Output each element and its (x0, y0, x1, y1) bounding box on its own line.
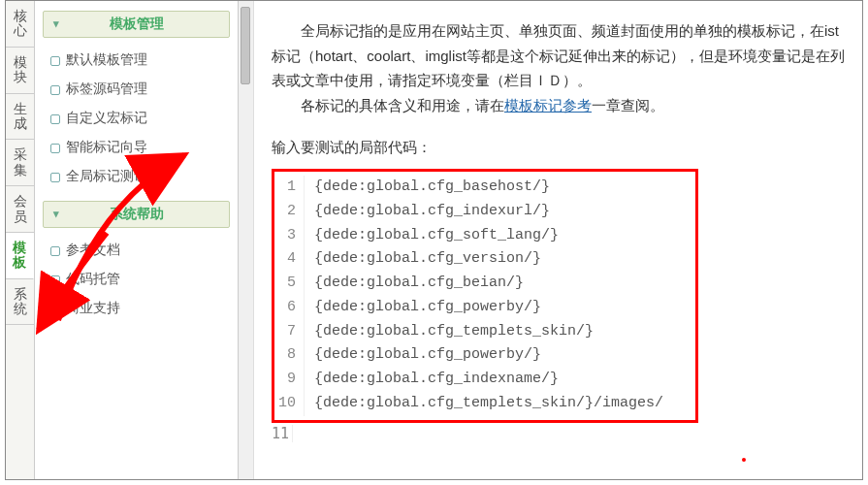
code-text: {dede:global.cfg_powerby/} (305, 343, 691, 368)
vtab-2[interactable]: 生 成 (6, 94, 34, 141)
code-row: 8{dede:global.cfg_powerby/} (278, 343, 691, 368)
code-text: {dede:global.cfg_powerby/} (305, 296, 691, 320)
red-dot (742, 458, 746, 462)
intro-paragraph-1: 全局标记指的是应用在网站主页、单独页面、频道封面使用的单独的模板标记，在ist标… (272, 18, 852, 93)
chevron-down-icon: ▾ (53, 17, 59, 30)
sidebar: ▾模板管理默认模板管理标签源码管理自定义宏标记智能标记向导全局标记测试▾系统帮助… (35, 1, 239, 479)
nav-item[interactable]: 智能标记向导 (48, 133, 230, 162)
line-number: 6 (278, 296, 305, 320)
code-text: {dede:global.cfg_templets_skin/}/images/ (305, 392, 691, 416)
code-text: {dede:global.cfg_soft_lang/} (305, 224, 691, 248)
nav-item[interactable]: 商业支持 (48, 294, 230, 323)
para2-prefix: 各标记的具体含义和用途，请在 (301, 97, 504, 113)
nav-item[interactable]: 自定义宏标记 (48, 104, 230, 133)
nav-list-0: 默认模板管理标签源码管理自定义宏标记智能标记向导全局标记测试 (48, 46, 230, 191)
app-frame: 核 心模 块生 成采 集会 员模 板系 统 ▾模板管理默认模板管理标签源码管理自… (5, 0, 863, 480)
nav-item[interactable]: 全局标记测试 (48, 162, 230, 191)
code-row: 9{dede:global.cfg_indexname/} (278, 368, 691, 392)
nav-item[interactable]: 默认模板管理 (48, 46, 230, 75)
group-header-1[interactable]: ▾系统帮助 (43, 201, 230, 228)
intro-paragraph-2: 各标记的具体含义和用途，请在模板标记参考一章查阅。 (272, 93, 852, 118)
line-number: 9 (278, 368, 305, 392)
code-row: 10{dede:global.cfg_templets_skin/}/image… (278, 392, 691, 416)
main-content: 全局标记指的是应用在网站主页、单独页面、频道封面使用的单独的模板标记，在ist标… (254, 1, 862, 479)
template-ref-link[interactable]: 模板标记参考 (504, 97, 592, 113)
group-header-0[interactable]: ▾模板管理 (43, 11, 230, 38)
line-number: 8 (278, 343, 305, 368)
line-number: 3 (278, 224, 305, 248)
chevron-down-icon: ▾ (53, 208, 59, 220)
code-row: 7{dede:global.cfg_templets_skin/} (278, 320, 691, 344)
sidebar-scrollbar[interactable] (239, 1, 254, 479)
code-text: {dede:global.cfg_indexurl/} (305, 200, 691, 224)
code-text: {dede:global.cfg_version/} (305, 247, 691, 272)
vertical-tab-bar: 核 心模 块生 成采 集会 员模 板系 统 (6, 1, 35, 479)
line-number: 1 (278, 176, 305, 200)
code-row: 1{dede:global.cfg_basehost/} (278, 176, 691, 200)
nav-item[interactable]: 代码托管 (48, 265, 230, 294)
vtab-3[interactable]: 采 集 (6, 140, 34, 186)
code-box[interactable]: 1{dede:global.cfg_basehost/}2{dede:globa… (272, 169, 698, 423)
code-line-11[interactable]: 11 (272, 425, 698, 442)
line-number: 4 (278, 247, 305, 272)
line-number: 10 (278, 392, 305, 416)
code-lines-table: 1{dede:global.cfg_basehost/}2{dede:globa… (278, 176, 691, 416)
line-number: 7 (278, 320, 305, 344)
vtab-4[interactable]: 会 员 (6, 186, 34, 233)
para2-suffix: 一章查阅。 (592, 97, 664, 113)
nav-item[interactable]: 标签源码管理 (48, 75, 230, 104)
line-number: 5 (278, 272, 305, 296)
code-text: {dede:global.cfg_templets_skin/} (305, 320, 691, 344)
code-text: {dede:global.cfg_indexname/} (305, 368, 691, 392)
group-title: 系统帮助 (110, 206, 164, 221)
code-row: 6{dede:global.cfg_powerby/} (278, 296, 691, 320)
line-number: 11 (272, 425, 293, 442)
vtab-1[interactable]: 模 块 (6, 48, 34, 94)
nav-item[interactable]: 参考文档 (48, 236, 230, 265)
nav-list-1: 参考文档代码托管商业支持 (48, 236, 230, 323)
line-number: 2 (278, 200, 305, 224)
vtab-5[interactable]: 模 板 (6, 233, 34, 279)
group-title: 模板管理 (110, 16, 164, 31)
code-row: 5{dede:global.cfg_beian/} (278, 272, 691, 296)
code-row: 3{dede:global.cfg_soft_lang/} (278, 224, 691, 248)
code-text: {dede:global.cfg_beian/} (305, 272, 691, 296)
scrollbar-thumb[interactable] (241, 7, 250, 84)
vtab-0[interactable]: 核 心 (6, 1, 34, 48)
code-text: {dede:global.cfg_basehost/} (305, 176, 691, 200)
vtab-6[interactable]: 系 统 (6, 279, 34, 326)
code-row: 2{dede:global.cfg_indexurl/} (278, 200, 691, 224)
code-input-prompt: 输入要测试的局部代码： (272, 139, 852, 157)
code-row: 4{dede:global.cfg_version/} (278, 247, 691, 272)
